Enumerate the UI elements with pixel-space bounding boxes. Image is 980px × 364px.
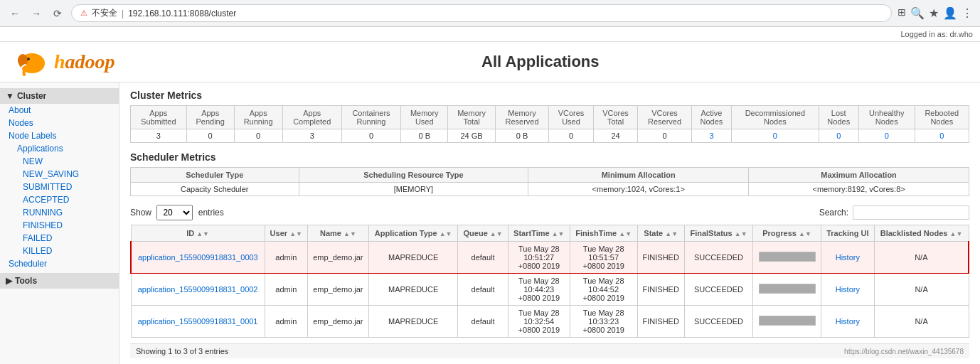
cluster-header[interactable]: ▼ Cluster xyxy=(0,88,119,104)
cell-name: emp_demo.jar xyxy=(307,242,368,274)
cell-type: MAPREDUCE xyxy=(368,274,458,306)
col-final-status[interactable]: FinalStatus ▲▼ xyxy=(684,225,752,242)
col-memory-reserved: MemoryReserved xyxy=(495,106,549,129)
applications-subsection: Applications NEW NEW_SAVING SUBMITTED AC… xyxy=(0,142,119,257)
col-application-type[interactable]: Application Type ▲▼ xyxy=(368,225,458,242)
sidebar-item-new[interactable]: NEW xyxy=(6,155,119,168)
entries-select[interactable]: 20 50 100 xyxy=(156,205,193,220)
val-apps-running: 0 xyxy=(234,129,282,143)
col-apps-submitted: AppsSubmitted xyxy=(131,106,187,129)
sidebar-item-scheduler[interactable]: Scheduler xyxy=(0,257,119,270)
sidebar-item-node-labels[interactable]: Node Labels xyxy=(0,129,119,142)
translate-icon[interactable]: ⊞ xyxy=(898,6,906,20)
profile-icon[interactable]: 👤 xyxy=(943,6,957,20)
sidebar-item-about[interactable]: About xyxy=(0,104,119,117)
progress-bar-container xyxy=(759,316,816,326)
col-state[interactable]: State ▲▼ xyxy=(637,225,684,242)
sidebar-item-running[interactable]: RUNNING xyxy=(6,206,119,219)
sidebar-item-nodes[interactable]: Nodes xyxy=(0,117,119,129)
sidebar-item-submitted[interactable]: SUBMITTED xyxy=(6,181,119,193)
col-blacklisted-nodes[interactable]: Blacklisted Nodes ▲▼ xyxy=(874,225,969,242)
sidebar-item-applications[interactable]: Applications xyxy=(6,142,119,155)
col-queue[interactable]: Queue ▲▼ xyxy=(458,225,508,242)
sidebar-item-new-saving[interactable]: NEW_SAVING xyxy=(6,168,119,181)
security-icon: ⚠ xyxy=(80,9,87,18)
apps-table-header-row: ID ▲▼ User ▲▼ Name ▲▼ Application Type ▲… xyxy=(131,225,969,242)
val-rebooted-nodes[interactable]: 0 xyxy=(915,129,969,143)
val-vcores-reserved: 0 xyxy=(638,129,692,143)
cell-final-status: SUCCEEDED xyxy=(684,274,752,306)
val-memory-used: 0 B xyxy=(401,129,448,143)
layout: ▼ Cluster About Nodes Node Labels Applic… xyxy=(0,82,980,364)
sidebar-item-killed[interactable]: KILLED xyxy=(6,245,119,257)
cell-tracking-ui[interactable]: History xyxy=(821,274,875,306)
cell-finish-time: Tue May 2810:51:57+0800 2019 xyxy=(570,242,637,274)
col-progress[interactable]: Progress ▲▼ xyxy=(753,225,821,242)
val-minimum-allocation: <memory:1024, vCores:1> xyxy=(528,183,749,196)
back-button[interactable]: ← xyxy=(7,6,23,21)
footer-url: https://blog.csdn.net/waxin_44135678 xyxy=(844,348,964,355)
page-title: All Applications xyxy=(115,53,966,71)
sidebar-item-finished[interactable]: FINISHED xyxy=(6,219,119,232)
col-rebooted-nodes: RebootedNodes xyxy=(915,106,969,129)
cell-name: emp_demo.jar xyxy=(307,274,368,306)
tools-label: Tools xyxy=(15,276,37,286)
cell-type: MAPREDUCE xyxy=(368,242,458,274)
col-decommissioned-nodes: DecommissionedNodes xyxy=(732,106,819,129)
cell-tracking-ui[interactable]: History xyxy=(821,242,875,274)
val-apps-pending: 0 xyxy=(186,129,234,143)
col-scheduler-type: Scheduler Type xyxy=(131,168,299,183)
cell-final-status: SUCCEEDED xyxy=(684,242,752,274)
menu-icon[interactable]: ⋮ xyxy=(962,6,973,20)
col-finish-time[interactable]: FinishTime ▲▼ xyxy=(570,225,637,242)
browser-actions: ⊞ 🔍 ★ 👤 ⋮ xyxy=(898,6,973,20)
cell-queue: default xyxy=(458,274,508,306)
showing-entries: Showing 1 to 3 of 3 entries xyxy=(136,347,228,355)
cell-queue: default xyxy=(458,242,508,274)
progress-bar-container xyxy=(759,252,816,262)
search-icon[interactable]: 🔍 xyxy=(910,6,925,20)
cell-tracking-ui[interactable]: History xyxy=(821,306,875,338)
tools-arrow: ▶ xyxy=(6,276,12,286)
tools-header[interactable]: ▶ Tools xyxy=(0,273,119,289)
address-bar[interactable]: ⚠ 不安全 | 192.168.10.111:8088/cluster xyxy=(71,4,892,22)
security-label: 不安全 xyxy=(92,7,117,19)
col-unhealthy-nodes: UnhealthyNodes xyxy=(858,106,915,129)
reload-button[interactable]: ⟳ xyxy=(50,6,65,21)
col-start-time[interactable]: StartTime ▲▼ xyxy=(508,225,570,242)
cell-blacklisted: N/A xyxy=(874,306,969,338)
forward-button[interactable]: → xyxy=(28,6,44,21)
cell-id[interactable]: application_1559009918831_0001 xyxy=(131,306,265,338)
val-lost-nodes[interactable]: 0 xyxy=(819,129,858,143)
val-scheduling-resource-type: [MEMORY] xyxy=(299,183,528,196)
sidebar-item-accepted[interactable]: ACCEPTED xyxy=(6,193,119,206)
col-user[interactable]: User ▲▼ xyxy=(265,225,307,242)
cell-state: FINISHED xyxy=(637,274,684,306)
cell-user: admin xyxy=(265,306,307,338)
cell-state: FINISHED xyxy=(637,242,684,274)
applications-table: ID ▲▼ User ▲▼ Name ▲▼ Application Type ▲… xyxy=(130,225,969,338)
logo-area: hadoop xyxy=(14,48,115,76)
col-name[interactable]: Name ▲▼ xyxy=(307,225,368,242)
cluster-metrics-table: AppsSubmitted AppsPending AppsRunning Ap… xyxy=(130,105,969,143)
val-unhealthy-nodes[interactable]: 0 xyxy=(858,129,915,143)
col-tracking-ui[interactable]: Tracking UI xyxy=(821,225,875,242)
bookmark-icon[interactable]: ★ xyxy=(929,6,939,20)
scheduler-metrics-row: Capacity Scheduler [MEMORY] <memory:1024… xyxy=(131,183,969,196)
search-input[interactable] xyxy=(853,205,969,220)
svg-point-3 xyxy=(27,58,30,60)
browser-chrome: ← → ⟳ ⚠ 不安全 | 192.168.10.111:8088/cluste… xyxy=(0,0,980,27)
sidebar-item-failed[interactable]: FAILED xyxy=(6,232,119,245)
val-apps-submitted: 3 xyxy=(131,129,187,143)
val-active-nodes[interactable]: 3 xyxy=(691,129,731,143)
cell-final-status: SUCCEEDED xyxy=(684,306,752,338)
col-apps-running: AppsRunning xyxy=(234,106,282,129)
col-active-nodes: ActiveNodes xyxy=(691,106,731,129)
val-decommissioned-nodes[interactable]: 0 xyxy=(732,129,819,143)
scheduler-metrics-table: Scheduler Type Scheduling Resource Type … xyxy=(130,167,969,196)
cell-id[interactable]: application_1559009918831_0003 xyxy=(131,242,265,274)
show-entries-left: Show 20 50 100 entries xyxy=(130,205,224,220)
progress-bar-fill xyxy=(760,316,815,325)
col-id[interactable]: ID ▲▼ xyxy=(131,225,265,242)
cell-id[interactable]: application_1559009918831_0002 xyxy=(131,274,265,306)
